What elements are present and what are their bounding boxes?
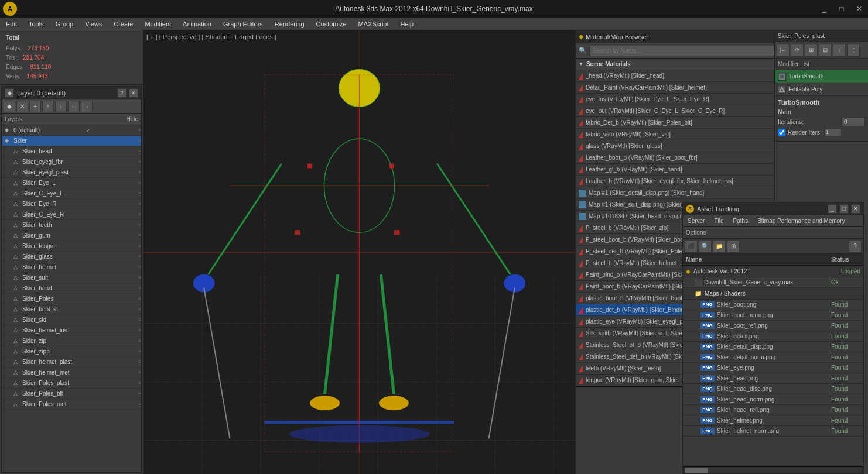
layers-tb-btn-add[interactable]: + — [29, 101, 41, 112]
menu-customize[interactable]: Customize — [310, 19, 353, 29]
asset-menu-server[interactable]: Server — [683, 217, 709, 225]
asset-maps-folder[interactable]: 📁 Maps / Shaders — [683, 288, 863, 300]
asset-file-6[interactable]: PNG Skier_eye.png Found — [683, 363, 863, 373]
asset-menu-bitmap[interactable]: Bitmap Performance and Memory — [753, 217, 850, 225]
mod-tb-6[interactable]: ⋮ — [847, 44, 860, 57]
layer-item-suit[interactable]: △ Skier_suit ≡ — [2, 273, 141, 283]
layer-item-glass[interactable]: △ Skier_glass ≡ — [2, 252, 141, 262]
asset-main-file[interactable]: ⬛ Downhill_Skier_Generic_vray.max Ok — [683, 277, 863, 288]
asset-file-4[interactable]: PNG Skier_detail_disp.png Found — [683, 342, 863, 352]
close-button[interactable]: ✕ — [850, 0, 868, 18]
layer-item-teeth[interactable]: △ Skier_teeth ≡ — [2, 220, 141, 231]
asset-options-label[interactable]: Options — [686, 229, 706, 236]
asset-file-3[interactable]: PNG Skier_detail.png Found — [683, 331, 863, 342]
asset-tb-4[interactable]: ⊞ — [727, 240, 740, 253]
layer-item-poles-blt[interactable]: △ Skier_Poles_blt ≡ — [2, 389, 141, 399]
menu-maxscript[interactable]: MAXScript — [353, 19, 395, 29]
layer-item-poles[interactable]: △ Skier_Poles ≡ — [2, 294, 141, 304]
mod-tb-4[interactable]: ⊟ — [819, 44, 832, 57]
asset-minimize[interactable]: _ — [828, 204, 837, 214]
mod-tb-1[interactable]: |← — [777, 44, 790, 57]
asset-close[interactable]: ✕ — [851, 204, 860, 214]
asset-file-1[interactable]: PNG Skier_boot_norm.png Found — [683, 310, 863, 321]
menu-edit[interactable]: Edit — [0, 19, 23, 29]
menu-views[interactable]: Views — [79, 19, 108, 29]
modifier-editable-poly[interactable]: Editable Poly — [775, 83, 868, 96]
asset-file-9[interactable]: PNG Skier_head_norm.png Found — [683, 394, 863, 405]
asset-vault-group[interactable]: ◆ Autodesk Vault 2012 Logged — [683, 266, 863, 277]
asset-list[interactable]: ◆ Autodesk Vault 2012 Logged ⬛ Downhill_… — [683, 266, 863, 466]
window-controls[interactable]: _ □ ✕ — [815, 0, 868, 18]
menu-create[interactable]: Create — [108, 19, 139, 29]
asset-file-2[interactable]: PNG Skier_boot_refl.png Found — [683, 321, 863, 331]
layer-drag-eyegl-fbr: ≡ — [138, 159, 141, 164]
layer-item-helmet-plast[interactable]: △ Skier_helmet_plast ≡ — [2, 357, 141, 367]
layer-item-ski[interactable]: △ Skier_ski ≡ — [2, 315, 141, 325]
asset-file-7[interactable]: PNG Skier_head.png Found — [683, 373, 863, 384]
mod-tb-3[interactable]: ⊞ — [805, 44, 818, 57]
layer-item-hand[interactable]: △ Skier_hand ≡ — [2, 283, 141, 294]
layer-item-zip[interactable]: △ Skier_zip ≡ — [2, 336, 141, 346]
layers-tb-btn-right[interactable]: → — [81, 101, 93, 112]
asset-tb-1[interactable]: ⬛ — [685, 240, 698, 253]
menu-animation[interactable]: Animation — [177, 19, 217, 29]
asset-file-5[interactable]: PNG Skier_detail_norm.png Found — [683, 352, 863, 363]
layer-item-skier[interactable]: ◆ Skier ≡ — [2, 136, 141, 146]
asset-tb-3[interactable]: 📁 — [713, 240, 726, 253]
scrollbar-thumb[interactable] — [685, 468, 708, 473]
layers-tb-btn-1[interactable]: ◆ — [4, 101, 15, 112]
layer-item-eyegl-fbr[interactable]: △ Skier_eyegl_fbr ≡ — [2, 157, 141, 167]
layers-help-button[interactable]: ? — [117, 88, 127, 98]
layer-item-head[interactable]: △ Skier_head ≡ — [2, 146, 141, 157]
asset-menu-paths[interactable]: Paths — [729, 217, 753, 225]
menu-group[interactable]: Group — [50, 19, 80, 29]
layer-item-0[interactable]: ◆ 0 (default) ✓ ≡ — [2, 125, 141, 136]
viewport[interactable]: [ + ] [ Perspective ] [ Shaded + Edged F… — [143, 30, 575, 474]
layer-item-helmet[interactable]: △ Skier_helmet ≡ — [2, 262, 141, 273]
layer-item-boot-st[interactable]: △ Skier_boot_st ≡ — [2, 304, 141, 315]
layer-item-zipp[interactable]: △ Skier_zipp ≡ — [2, 346, 141, 357]
mod-tb-2[interactable]: ⟳ — [791, 44, 804, 57]
ts-render-iters-checkbox[interactable] — [778, 129, 785, 136]
layer-item-poles-met[interactable]: △ Skier_Poles_met ≡ — [2, 399, 141, 410]
layers-tb-btn-up[interactable]: ↑ — [42, 101, 54, 112]
asset-file-8[interactable]: PNG Skier_head_disp.png Found — [683, 384, 863, 394]
ts-render-iters-row: Render Iters: — [778, 128, 865, 136]
maximize-button[interactable]: □ — [833, 0, 850, 18]
asset-tb-2[interactable]: 🔍 — [699, 240, 712, 253]
scrollbar-track[interactable] — [685, 468, 862, 473]
layers-close-button[interactable]: ✕ — [129, 88, 138, 98]
layer-item-helmet-ins[interactable]: △ Skier_helmet_ins ≡ — [2, 325, 141, 336]
layers-tb-btn-2[interactable]: ✕ — [16, 101, 28, 112]
asset-horizontal-scrollbar[interactable] — [683, 466, 863, 473]
layer-item-c-eye-l[interactable]: △ Skier_C_Eye_L ≡ — [2, 188, 141, 199]
ts-iterations-input[interactable] — [842, 117, 865, 126]
modifier-turbosmooth[interactable]: TurboSmooth — [775, 70, 868, 83]
layer-item-helmet-met[interactable]: △ Skier_helmet_met ≡ — [2, 367, 141, 378]
mod-tb-5[interactable]: ↕ — [833, 44, 846, 57]
layer-item-gum[interactable]: △ Skier_gum ≡ — [2, 231, 141, 241]
minimize-button[interactable]: _ — [815, 0, 833, 18]
asset-menu-file[interactable]: File — [709, 217, 728, 225]
layer-item-poles-plast[interactable]: △ Skier_Poles_plast ≡ — [2, 378, 141, 389]
layer-item-tongue[interactable]: △ Skier_tongue ≡ — [2, 241, 141, 252]
layers-tb-btn-left[interactable]: ← — [68, 101, 80, 112]
asset-file-10[interactable]: PNG Skier_head_refl.png Found — [683, 405, 863, 415]
ts-render-iters-input[interactable] — [824, 128, 842, 136]
layer-item-eye-r[interactable]: △ Skier_Eye_R ≡ — [2, 199, 141, 209]
menu-modifiers[interactable]: Modifiers — [139, 19, 177, 29]
asset-file-12[interactable]: PNG Skier_helmet_norm.png Found — [683, 426, 863, 437]
asset-tb-help[interactable]: ? — [849, 240, 862, 253]
layers-list[interactable]: ◆ 0 (default) ✓ ≡ ◆ Skier ≡ △ Skier_head… — [2, 125, 141, 472]
menu-help[interactable]: Help — [395, 19, 420, 29]
layer-item-eyegl-plast[interactable]: △ Skier_eyegl_plast ≡ — [2, 167, 141, 178]
menu-rendering[interactable]: Rendering — [269, 19, 310, 29]
menu-graph-editors[interactable]: Graph Editors — [217, 19, 269, 29]
asset-file-0[interactable]: PNG Skier_boot.png Found — [683, 300, 863, 310]
asset-file-11[interactable]: PNG Skier_helmet.png Found — [683, 415, 863, 426]
layer-item-eye-l[interactable]: △ Skier_Eye_L ≡ — [2, 178, 141, 188]
asset-maximize[interactable]: □ — [839, 204, 849, 214]
menu-tools[interactable]: Tools — [23, 19, 50, 29]
layer-item-c-eye-r[interactable]: △ Skier_C_Eye_R ≡ — [2, 209, 141, 220]
layers-tb-btn-down[interactable]: ↓ — [55, 101, 67, 112]
